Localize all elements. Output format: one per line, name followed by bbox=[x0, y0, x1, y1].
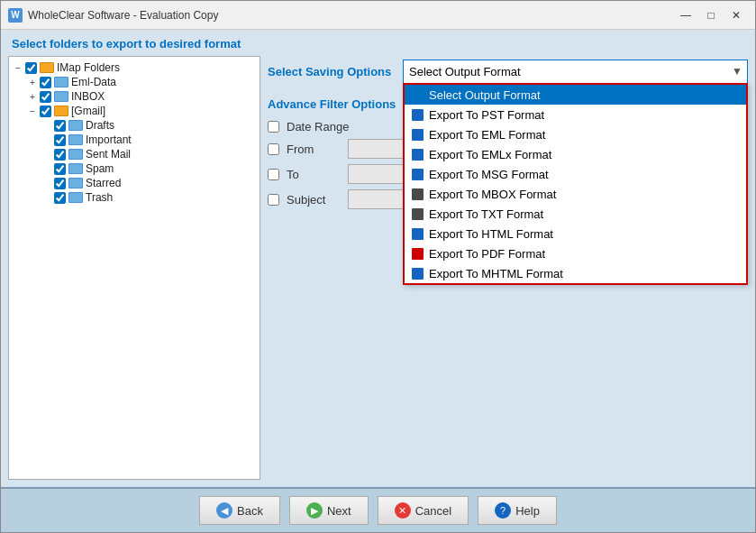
title-bar-text: WholeClear Software - Evaluation Copy bbox=[28, 9, 674, 22]
back-button[interactable]: ◀ Back bbox=[199, 496, 280, 525]
dropdown-item-msg[interactable]: Export To MSG Format bbox=[405, 164, 746, 184]
back-label: Back bbox=[237, 504, 263, 518]
next-button[interactable]: ▶ Next bbox=[289, 496, 369, 525]
tree-item-important[interactable]: Important bbox=[13, 133, 256, 147]
tree-item-starred[interactable]: Starred bbox=[13, 176, 256, 190]
format-label-eml: Export To EML Format bbox=[429, 128, 545, 142]
dropdown-item-mbox[interactable]: Export To MBOX Format bbox=[405, 184, 746, 204]
help-icon: ? bbox=[495, 502, 511, 519]
dropdown-item-emlx[interactable]: Export To EMLx Format bbox=[405, 144, 746, 164]
right-panel: Select Saving Options Select Output Form… bbox=[268, 56, 748, 480]
folder-icon-trash bbox=[68, 192, 83, 203]
date-range-checkbox[interactable] bbox=[268, 121, 279, 133]
content-area: −IMap Folders+Eml-Data+INBOX−[Gmail]Draf… bbox=[1, 56, 755, 487]
page-title: Select folders to export to desired form… bbox=[1, 30, 755, 56]
next-label: Next bbox=[327, 504, 351, 518]
output-format-select[interactable]: Select Output FormatExport To PST Format… bbox=[403, 60, 748, 83]
tree-toggle-inbox[interactable]: + bbox=[27, 92, 38, 102]
tree-checkbox-sent-mail[interactable] bbox=[54, 149, 66, 161]
folder-icon-spam bbox=[68, 163, 83, 174]
saving-options-label: Select Saving Options bbox=[268, 65, 394, 78]
folder-icon-sent-mail bbox=[68, 149, 83, 160]
close-button[interactable]: ✕ bbox=[724, 6, 748, 24]
tree-checkbox-starred[interactable] bbox=[54, 178, 66, 189]
format-icon-select-output bbox=[410, 87, 424, 102]
tree-checkbox-spam[interactable] bbox=[54, 163, 66, 175]
tree-checkbox-drafts[interactable] bbox=[54, 120, 66, 132]
tree-label-important: Important bbox=[86, 133, 132, 146]
format-label-pst: Export To PST Format bbox=[429, 108, 544, 122]
tree-label-spam: Spam bbox=[86, 162, 114, 175]
tree-label-imap: IMap Folders bbox=[57, 61, 120, 74]
tree-checkbox-imap[interactable] bbox=[25, 62, 37, 74]
tree-item-gmail[interactable]: −[Gmail] bbox=[13, 104, 256, 118]
dropdown-item-html[interactable]: Export To HTML Format bbox=[405, 224, 746, 244]
bottom-bar: ◀ Back ▶ Next ✕ Cancel ? Help bbox=[1, 487, 755, 532]
format-label-html: Export To HTML Format bbox=[429, 227, 553, 241]
folder-icon-gmail bbox=[54, 106, 68, 116]
tree-toggle-imap[interactable]: − bbox=[13, 63, 23, 73]
subject-checkbox[interactable] bbox=[268, 194, 279, 206]
tree-checkbox-trash[interactable] bbox=[54, 192, 66, 204]
from-checkbox[interactable] bbox=[268, 143, 279, 155]
to-checkbox[interactable] bbox=[268, 169, 279, 180]
format-icon-emlx bbox=[410, 147, 424, 161]
tree-label-trash: Trash bbox=[86, 191, 113, 204]
tree-toggle-gmail[interactable]: − bbox=[27, 106, 38, 116]
to-label: To bbox=[287, 168, 341, 181]
format-label-msg: Export To MSG Format bbox=[429, 168, 549, 181]
cancel-icon: ✕ bbox=[395, 502, 411, 519]
dropdown-item-mhtml[interactable]: Export To MHTML Format bbox=[405, 263, 746, 283]
tree-checkbox-important[interactable] bbox=[54, 134, 66, 146]
window-controls: — □ ✕ bbox=[674, 6, 748, 24]
dropdown-item-pdf[interactable]: Export To PDF Format bbox=[405, 244, 746, 263]
tree-label-starred: Starred bbox=[86, 177, 121, 189]
tree-item-eml-data[interactable]: +Eml-Data bbox=[13, 75, 256, 89]
dropdown-item-txt[interactable]: Export To TXT Format bbox=[405, 204, 746, 224]
help-button[interactable]: ? Help bbox=[478, 496, 557, 525]
tree-item-imap[interactable]: −IMap Folders bbox=[13, 60, 256, 75]
format-label-txt: Export To TXT Format bbox=[429, 207, 543, 221]
tree-label-eml-data: Eml-Data bbox=[71, 76, 116, 88]
tree-checkbox-eml-data[interactable] bbox=[40, 77, 51, 88]
folder-icon-important bbox=[68, 134, 83, 145]
app-icon: W bbox=[8, 8, 23, 23]
folder-icon-starred bbox=[68, 178, 83, 188]
dropdown-open-list: Select Output FormatExport To PST Format… bbox=[403, 83, 748, 285]
format-label-pdf: Export To PDF Format bbox=[429, 247, 545, 261]
cancel-label: Cancel bbox=[415, 504, 451, 518]
tree-item-inbox[interactable]: +INBOX bbox=[13, 89, 256, 104]
cancel-button[interactable]: ✕ Cancel bbox=[378, 496, 469, 525]
tree-checkbox-inbox[interactable] bbox=[40, 91, 51, 103]
minimize-button[interactable]: — bbox=[674, 6, 697, 24]
restore-button[interactable]: □ bbox=[699, 6, 723, 24]
title-bar: W WholeClear Software - Evaluation Copy … bbox=[1, 1, 755, 30]
dropdown-item-pst[interactable]: Export To PST Format bbox=[405, 105, 746, 124]
format-icon-html bbox=[410, 226, 424, 241]
dropdown-item-eml[interactable]: Export To EML Format bbox=[405, 124, 746, 144]
folder-icon-inbox bbox=[54, 91, 68, 102]
folder-icon-imap bbox=[40, 62, 54, 73]
back-icon: ◀ bbox=[216, 502, 232, 519]
folder-tree-panel: −IMap Folders+Eml-Data+INBOX−[Gmail]Draf… bbox=[8, 56, 260, 480]
format-icon-mhtml bbox=[410, 266, 424, 280]
next-icon: ▶ bbox=[306, 502, 323, 519]
output-format-dropdown-container: Select Output FormatExport To PST Format… bbox=[403, 60, 748, 83]
dropdown-item-select-output[interactable]: Select Output Format bbox=[405, 85, 746, 105]
format-icon-msg bbox=[410, 167, 424, 181]
tree-label-inbox: INBOX bbox=[71, 90, 105, 103]
tree-item-sent-mail[interactable]: Sent Mail bbox=[13, 147, 256, 161]
from-label: From bbox=[287, 142, 341, 156]
tree-checkbox-gmail[interactable] bbox=[40, 106, 51, 117]
tree-label-sent-mail: Sent Mail bbox=[86, 148, 131, 161]
tree-item-trash[interactable]: Trash bbox=[13, 190, 256, 205]
tree-label-drafts: Drafts bbox=[86, 119, 114, 132]
tree-item-drafts[interactable]: Drafts bbox=[13, 118, 256, 133]
tree-toggle-eml-data[interactable]: + bbox=[27, 78, 38, 87]
format-icon-eml bbox=[410, 127, 424, 142]
saving-options-row: Select Saving Options Select Output Form… bbox=[268, 56, 748, 83]
format-icon-pdf bbox=[410, 246, 424, 261]
tree-item-spam[interactable]: Spam bbox=[13, 161, 256, 176]
format-label-select-output: Select Output Format bbox=[429, 88, 541, 102]
main-content: Select folders to export to desired form… bbox=[1, 30, 755, 487]
